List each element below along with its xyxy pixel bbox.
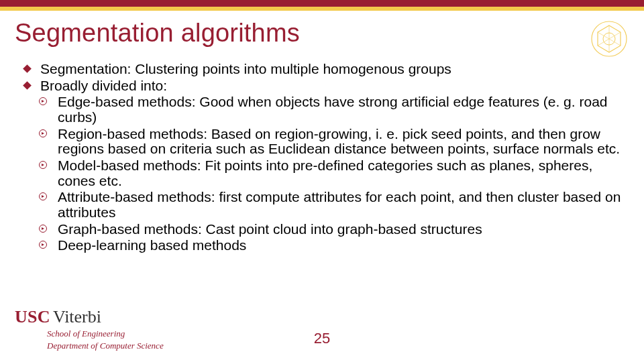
footer-school-line2: Department of Computer Science	[47, 341, 644, 351]
bullet-level2: Edge-based methods: Good when objects ha…	[20, 95, 625, 125]
bullet-level2: Attribute-based methods: first compute a…	[20, 190, 625, 220]
circle-arrow-bullet-icon	[39, 161, 47, 169]
bullet-text: Segmentation: Clustering points into mul…	[40, 61, 451, 76]
usc-wordmark: USC	[15, 307, 50, 326]
circle-arrow-bullet-icon	[39, 241, 47, 249]
bullet-level1: Segmentation: Clustering points into mul…	[20, 62, 625, 77]
circle-arrow-bullet-icon	[39, 129, 47, 137]
bullet-text: Model-based methods: Fit points into pre…	[58, 158, 592, 188]
circle-arrow-bullet-icon	[39, 192, 47, 200]
circle-arrow-bullet-icon	[39, 97, 47, 105]
footer-school-line1: School of Engineering	[47, 328, 644, 339]
page-number: 25	[314, 330, 330, 347]
diamond-bullet-icon	[23, 64, 32, 73]
bullet-text: Region-based methods: Based on region-gr…	[58, 126, 620, 157]
bullet-text: Edge-based methods: Good when objects ha…	[58, 94, 608, 125]
viterbi-wordmark: Viterbi	[53, 307, 101, 326]
bullet-text: Broadly divided into:	[40, 78, 167, 93]
gold-accent-bar	[0, 7, 644, 11]
bullet-level2: Model-based methods: Fit points into pre…	[20, 158, 625, 188]
bullet-text: Deep-learning based methods	[58, 237, 246, 253]
bullet-level1: Broadly divided into:	[20, 78, 625, 94]
bullet-text: Attribute-based methods: first compute a…	[58, 189, 621, 220]
usc-seal-icon	[590, 20, 628, 58]
bullet-level2: Region-based methods: Based on region-gr…	[20, 127, 625, 157]
slide: Segmentation algorithms Segmentation: Cl…	[0, 0, 644, 362]
slide-title: Segmentation algorithms	[15, 19, 300, 48]
top-accent-bar	[0, 0, 644, 7]
content-area: Segmentation: Clustering points into mul…	[20, 62, 625, 255]
bullet-level2: Graph-based methods: Cast point cloud in…	[20, 222, 625, 237]
footer-org: USCViterbi	[15, 307, 644, 327]
bullet-text: Graph-based methods: Cast point cloud in…	[58, 221, 482, 237]
diamond-bullet-icon	[23, 81, 32, 90]
circle-arrow-bullet-icon	[39, 225, 47, 233]
bullet-level2: Deep-learning based methods	[20, 238, 625, 253]
